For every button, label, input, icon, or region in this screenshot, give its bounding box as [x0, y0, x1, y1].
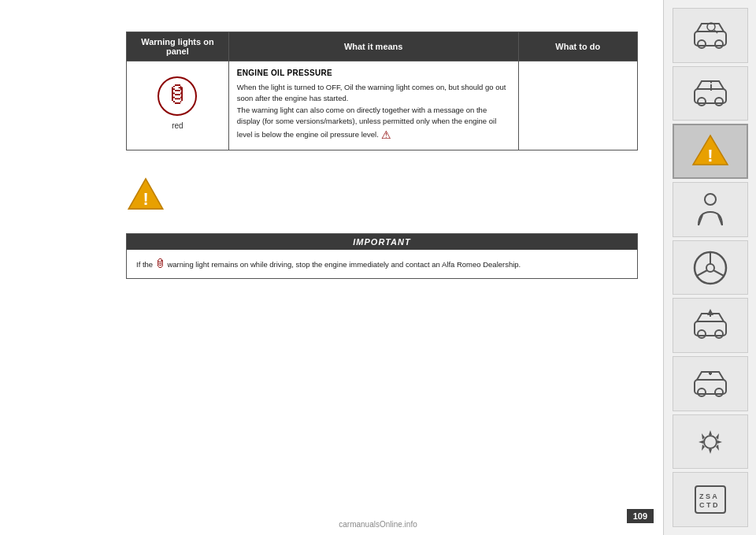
search-car-icon — [691, 16, 730, 55]
watermark: carmanualsOnline.info — [339, 520, 417, 529]
what-it-means-text: When the light is turned to OFF, Oil the… — [237, 82, 510, 143]
inline-oil-icon: ⚠ — [381, 127, 391, 143]
svg-point-29 — [698, 388, 706, 396]
svg-text:!: ! — [707, 146, 713, 165]
language-icon: Z S A C T D — [691, 480, 730, 519]
sidebar-item-search[interactable] — [673, 8, 748, 63]
right-sidebar: i ! — [663, 0, 756, 535]
svg-point-19 — [706, 264, 714, 272]
svg-point-30 — [715, 388, 723, 396]
cell-title: ENGINE OIL PRESSURE — [237, 68, 510, 79]
svg-line-22 — [713, 270, 724, 276]
what-to-do-cell — [518, 61, 637, 150]
svg-point-25 — [715, 330, 723, 338]
col2-header: What it means — [228, 32, 518, 61]
warning-triangle-icon: ! — [126, 174, 165, 214]
svg-point-6 — [715, 40, 723, 48]
main-content: Warning lights on panel What it means Wh… — [0, 0, 662, 535]
col3-header: What to do — [518, 32, 637, 61]
svg-point-10 — [698, 98, 706, 106]
svg-text:C T D: C T D — [699, 501, 718, 509]
svg-text:i: i — [710, 80, 713, 93]
svg-rect-4 — [695, 32, 726, 46]
important-body: If the 🛢 warning light remains on while … — [127, 250, 637, 278]
sidebar-item-language[interactable]: Z S A C T D — [673, 472, 748, 527]
warning-light-car-icon: ! — [691, 132, 730, 171]
info-car-icon: i — [691, 73, 730, 113]
sidebar-item-safety[interactable] — [673, 182, 748, 237]
color-label: red — [172, 121, 183, 132]
sidebar-item-breakdown[interactable] — [673, 298, 748, 353]
table-row: 🛢 red ENGINE OIL PRESSURE When the light… — [127, 61, 638, 150]
svg-point-5 — [698, 40, 706, 48]
inline-icon-ref: 🛢 — [155, 258, 165, 269]
sidebar-item-warning-lights[interactable]: ! — [673, 124, 748, 179]
page-number: 109 — [627, 509, 654, 523]
important-header: IMPORTANT — [127, 234, 637, 250]
svg-rect-28 — [695, 380, 726, 394]
svg-line-21 — [697, 270, 707, 276]
svg-point-24 — [698, 330, 706, 338]
svg-point-15 — [705, 194, 716, 205]
warning-table: Warning lights on panel What it means Wh… — [126, 32, 638, 150]
svg-point-33 — [704, 436, 717, 448]
svg-text:🛢: 🛢 — [166, 83, 188, 107]
sidebar-item-settings[interactable] — [673, 414, 748, 470]
sidebar-item-maintenance[interactable] — [673, 356, 748, 411]
maintenance-car-icon — [691, 364, 730, 403]
col1-header: Warning lights on panel — [127, 32, 229, 61]
oil-icon-container: 🛢 red — [135, 68, 220, 139]
settings-gear-icon — [691, 422, 730, 462]
what-it-means-cell: ENGINE OIL PRESSURE When the light is tu… — [228, 61, 518, 150]
svg-marker-27 — [707, 309, 713, 315]
oil-pressure-icon: 🛢 — [157, 76, 198, 117]
svg-point-11 — [715, 98, 723, 106]
sidebar-item-info[interactable]: i — [673, 66, 748, 121]
steering-wheel-icon — [691, 248, 730, 288]
svg-rect-23 — [695, 321, 726, 336]
sidebar-item-steering[interactable] — [673, 240, 748, 295]
safety-person-icon — [691, 190, 730, 229]
breakdown-car-icon — [691, 306, 730, 345]
svg-text:Z S A: Z S A — [699, 492, 717, 500]
important-section: IMPORTANT If the 🛢 warning light remains… — [126, 233, 638, 279]
warning-triangle-section: ! — [126, 166, 638, 217]
svg-text:!: ! — [143, 189, 148, 209]
warning-icon-cell: 🛢 red — [127, 61, 229, 150]
